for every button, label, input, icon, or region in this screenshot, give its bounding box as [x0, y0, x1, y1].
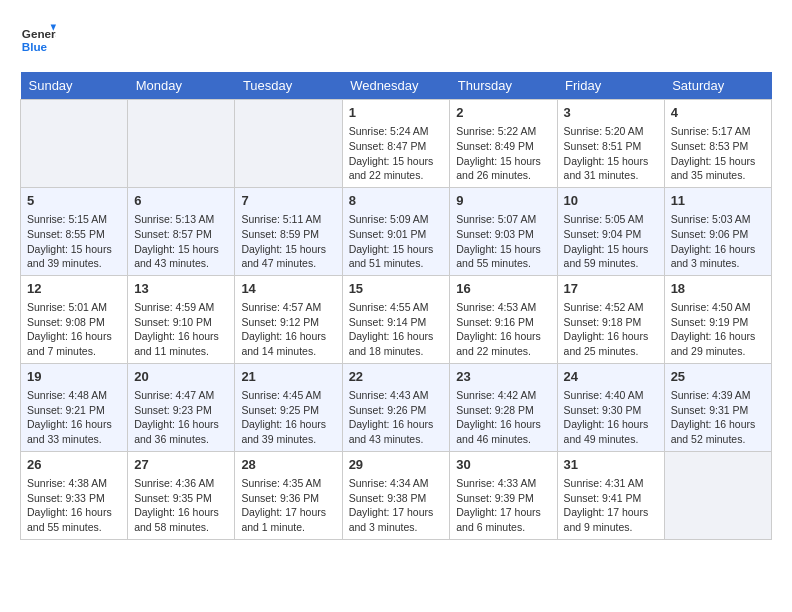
column-header-friday: Friday — [557, 72, 664, 100]
day-details: Sunrise: 4:38 AMSunset: 9:33 PMDaylight:… — [27, 476, 121, 535]
svg-text:General: General — [22, 27, 56, 40]
svg-text:Blue: Blue — [22, 40, 48, 53]
calendar-cell: 16Sunrise: 4:53 AMSunset: 9:16 PMDayligh… — [450, 275, 557, 363]
day-number: 17 — [564, 280, 658, 298]
column-header-thursday: Thursday — [450, 72, 557, 100]
calendar-cell: 31Sunrise: 4:31 AMSunset: 9:41 PMDayligh… — [557, 451, 664, 539]
day-number: 10 — [564, 192, 658, 210]
column-header-wednesday: Wednesday — [342, 72, 450, 100]
day-number: 30 — [456, 456, 550, 474]
calendar-cell — [128, 100, 235, 188]
day-details: Sunrise: 5:24 AMSunset: 8:47 PMDaylight:… — [349, 124, 444, 183]
calendar-table: SundayMondayTuesdayWednesdayThursdayFrid… — [20, 72, 772, 540]
calendar-cell: 20Sunrise: 4:47 AMSunset: 9:23 PMDayligh… — [128, 363, 235, 451]
day-number: 11 — [671, 192, 765, 210]
day-number: 25 — [671, 368, 765, 386]
day-details: Sunrise: 4:35 AMSunset: 9:36 PMDaylight:… — [241, 476, 335, 535]
calendar-cell: 6Sunrise: 5:13 AMSunset: 8:57 PMDaylight… — [128, 187, 235, 275]
calendar-cell: 8Sunrise: 5:09 AMSunset: 9:01 PMDaylight… — [342, 187, 450, 275]
calendar-cell: 13Sunrise: 4:59 AMSunset: 9:10 PMDayligh… — [128, 275, 235, 363]
day-details: Sunrise: 4:55 AMSunset: 9:14 PMDaylight:… — [349, 300, 444, 359]
day-details: Sunrise: 5:17 AMSunset: 8:53 PMDaylight:… — [671, 124, 765, 183]
calendar-cell — [664, 451, 771, 539]
week-row-4: 19Sunrise: 4:48 AMSunset: 9:21 PMDayligh… — [21, 363, 772, 451]
calendar-header-row: SundayMondayTuesdayWednesdayThursdayFrid… — [21, 72, 772, 100]
calendar-cell: 5Sunrise: 5:15 AMSunset: 8:55 PMDaylight… — [21, 187, 128, 275]
day-details: Sunrise: 4:34 AMSunset: 9:38 PMDaylight:… — [349, 476, 444, 535]
day-details: Sunrise: 5:01 AMSunset: 9:08 PMDaylight:… — [27, 300, 121, 359]
calendar-cell: 1Sunrise: 5:24 AMSunset: 8:47 PMDaylight… — [342, 100, 450, 188]
day-details: Sunrise: 5:07 AMSunset: 9:03 PMDaylight:… — [456, 212, 550, 271]
day-number: 3 — [564, 104, 658, 122]
day-number: 18 — [671, 280, 765, 298]
day-details: Sunrise: 5:22 AMSunset: 8:49 PMDaylight:… — [456, 124, 550, 183]
day-details: Sunrise: 5:13 AMSunset: 8:57 PMDaylight:… — [134, 212, 228, 271]
calendar-cell: 7Sunrise: 5:11 AMSunset: 8:59 PMDaylight… — [235, 187, 342, 275]
calendar-cell: 9Sunrise: 5:07 AMSunset: 9:03 PMDaylight… — [450, 187, 557, 275]
calendar-cell: 18Sunrise: 4:50 AMSunset: 9:19 PMDayligh… — [664, 275, 771, 363]
day-number: 14 — [241, 280, 335, 298]
day-number: 23 — [456, 368, 550, 386]
calendar-cell: 2Sunrise: 5:22 AMSunset: 8:49 PMDaylight… — [450, 100, 557, 188]
logo-icon: General Blue — [20, 20, 56, 56]
day-number: 29 — [349, 456, 444, 474]
day-number: 4 — [671, 104, 765, 122]
day-details: Sunrise: 5:11 AMSunset: 8:59 PMDaylight:… — [241, 212, 335, 271]
day-number: 22 — [349, 368, 444, 386]
week-row-1: 1Sunrise: 5:24 AMSunset: 8:47 PMDaylight… — [21, 100, 772, 188]
calendar-cell: 22Sunrise: 4:43 AMSunset: 9:26 PMDayligh… — [342, 363, 450, 451]
day-details: Sunrise: 5:20 AMSunset: 8:51 PMDaylight:… — [564, 124, 658, 183]
day-number: 26 — [27, 456, 121, 474]
calendar-cell — [235, 100, 342, 188]
calendar-cell: 25Sunrise: 4:39 AMSunset: 9:31 PMDayligh… — [664, 363, 771, 451]
day-details: Sunrise: 4:42 AMSunset: 9:28 PMDaylight:… — [456, 388, 550, 447]
calendar-cell: 30Sunrise: 4:33 AMSunset: 9:39 PMDayligh… — [450, 451, 557, 539]
day-details: Sunrise: 4:47 AMSunset: 9:23 PMDaylight:… — [134, 388, 228, 447]
day-details: Sunrise: 4:39 AMSunset: 9:31 PMDaylight:… — [671, 388, 765, 447]
day-details: Sunrise: 4:52 AMSunset: 9:18 PMDaylight:… — [564, 300, 658, 359]
calendar-cell: 4Sunrise: 5:17 AMSunset: 8:53 PMDaylight… — [664, 100, 771, 188]
calendar-cell: 14Sunrise: 4:57 AMSunset: 9:12 PMDayligh… — [235, 275, 342, 363]
column-header-saturday: Saturday — [664, 72, 771, 100]
day-details: Sunrise: 4:36 AMSunset: 9:35 PMDaylight:… — [134, 476, 228, 535]
week-row-2: 5Sunrise: 5:15 AMSunset: 8:55 PMDaylight… — [21, 187, 772, 275]
day-details: Sunrise: 5:05 AMSunset: 9:04 PMDaylight:… — [564, 212, 658, 271]
day-number: 5 — [27, 192, 121, 210]
day-number: 6 — [134, 192, 228, 210]
day-number: 9 — [456, 192, 550, 210]
week-row-3: 12Sunrise: 5:01 AMSunset: 9:08 PMDayligh… — [21, 275, 772, 363]
day-number: 1 — [349, 104, 444, 122]
calendar-cell: 11Sunrise: 5:03 AMSunset: 9:06 PMDayligh… — [664, 187, 771, 275]
calendar-cell: 28Sunrise: 4:35 AMSunset: 9:36 PMDayligh… — [235, 451, 342, 539]
column-header-sunday: Sunday — [21, 72, 128, 100]
day-details: Sunrise: 4:50 AMSunset: 9:19 PMDaylight:… — [671, 300, 765, 359]
day-details: Sunrise: 4:40 AMSunset: 9:30 PMDaylight:… — [564, 388, 658, 447]
day-details: Sunrise: 4:43 AMSunset: 9:26 PMDaylight:… — [349, 388, 444, 447]
calendar-cell: 15Sunrise: 4:55 AMSunset: 9:14 PMDayligh… — [342, 275, 450, 363]
day-number: 24 — [564, 368, 658, 386]
calendar-cell: 17Sunrise: 4:52 AMSunset: 9:18 PMDayligh… — [557, 275, 664, 363]
day-number: 27 — [134, 456, 228, 474]
day-details: Sunrise: 5:15 AMSunset: 8:55 PMDaylight:… — [27, 212, 121, 271]
day-number: 16 — [456, 280, 550, 298]
day-number: 12 — [27, 280, 121, 298]
day-number: 21 — [241, 368, 335, 386]
day-details: Sunrise: 4:45 AMSunset: 9:25 PMDaylight:… — [241, 388, 335, 447]
week-row-5: 26Sunrise: 4:38 AMSunset: 9:33 PMDayligh… — [21, 451, 772, 539]
day-details: Sunrise: 5:03 AMSunset: 9:06 PMDaylight:… — [671, 212, 765, 271]
calendar-cell: 26Sunrise: 4:38 AMSunset: 9:33 PMDayligh… — [21, 451, 128, 539]
day-details: Sunrise: 4:53 AMSunset: 9:16 PMDaylight:… — [456, 300, 550, 359]
day-number: 7 — [241, 192, 335, 210]
day-number: 8 — [349, 192, 444, 210]
day-details: Sunrise: 4:33 AMSunset: 9:39 PMDaylight:… — [456, 476, 550, 535]
day-number: 20 — [134, 368, 228, 386]
calendar-cell: 19Sunrise: 4:48 AMSunset: 9:21 PMDayligh… — [21, 363, 128, 451]
calendar-cell: 10Sunrise: 5:05 AMSunset: 9:04 PMDayligh… — [557, 187, 664, 275]
calendar-cell: 21Sunrise: 4:45 AMSunset: 9:25 PMDayligh… — [235, 363, 342, 451]
calendar-cell: 27Sunrise: 4:36 AMSunset: 9:35 PMDayligh… — [128, 451, 235, 539]
day-details: Sunrise: 4:31 AMSunset: 9:41 PMDaylight:… — [564, 476, 658, 535]
day-number: 13 — [134, 280, 228, 298]
day-number: 31 — [564, 456, 658, 474]
calendar-cell: 3Sunrise: 5:20 AMSunset: 8:51 PMDaylight… — [557, 100, 664, 188]
day-number: 15 — [349, 280, 444, 298]
